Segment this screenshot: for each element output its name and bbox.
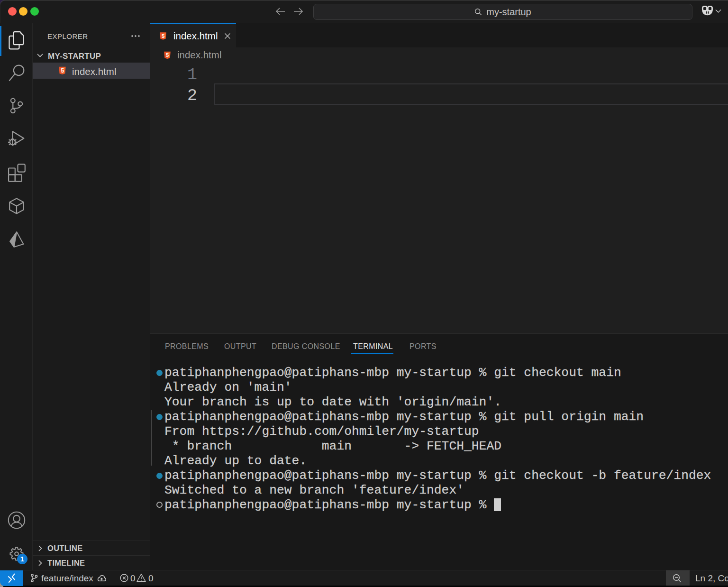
svg-text:5: 5 [162, 33, 164, 38]
svg-text:5: 5 [61, 67, 64, 74]
svg-text:5: 5 [166, 52, 169, 58]
